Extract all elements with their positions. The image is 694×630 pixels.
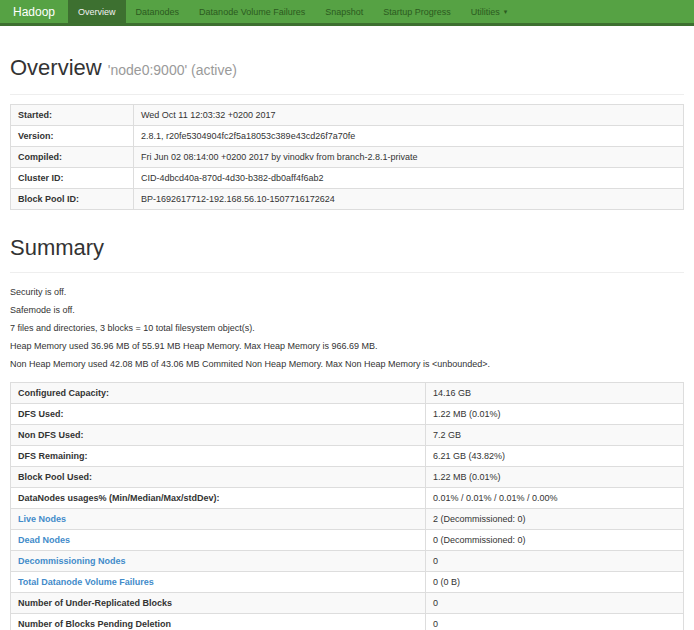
nav-item-startup-progress[interactable]: Startup Progress xyxy=(373,0,461,23)
row-value: 2.8.1, r20fe5304904fc2f5a18053c389e43cd2… xyxy=(134,126,684,147)
summary-status-block: Security is off. Safemode is off. 7 file… xyxy=(10,286,684,370)
heap-memory-status: Heap Memory used 36.96 MB of 55.91 MB He… xyxy=(10,340,684,352)
row-label: DFS Remaining: xyxy=(11,446,426,467)
table-row: Non DFS Used: 7.2 GB xyxy=(11,425,684,446)
row-label: Non DFS Used: xyxy=(11,425,426,446)
row-label: Number of Under-Replicated Blocks xyxy=(11,593,426,614)
dead-nodes-link[interactable]: Dead Nodes xyxy=(18,535,70,545)
row-label: Block Pool ID: xyxy=(11,189,134,210)
nav-menu: Overview Datanodes Datanode Volume Failu… xyxy=(68,0,517,23)
row-value: Wed Oct 11 12:03:32 +0200 2017 xyxy=(134,105,684,126)
row-value: 0 (0 B) xyxy=(426,572,684,593)
non-heap-memory-status: Non Heap Memory used 42.08 MB of 43.06 M… xyxy=(10,358,684,370)
table-row: Total Datanode Volume Failures 0 (0 B) xyxy=(11,572,684,593)
nav-item-label: Overview xyxy=(78,7,116,17)
table-row: DFS Remaining: 6.21 GB (43.82%) xyxy=(11,446,684,467)
overview-title: Overview xyxy=(10,55,102,80)
row-value: 14.16 GB xyxy=(426,383,684,404)
nav-item-label: Snapshot xyxy=(325,7,363,17)
table-row: Started: Wed Oct 11 12:03:32 +0200 2017 xyxy=(11,105,684,126)
table-row: Decommissioning Nodes 0 xyxy=(11,551,684,572)
nav-item-snapshot[interactable]: Snapshot xyxy=(315,0,373,23)
row-value: 0 (Decommissioned: 0) xyxy=(426,530,684,551)
row-value: CID-4dbcd40a-870d-4d30-b382-db0aff4f6ab2 xyxy=(134,168,684,189)
nav-item-label: Datanode Volume Failures xyxy=(199,7,305,17)
table-row: Number of Blocks Pending Deletion 0 xyxy=(11,614,684,630)
row-value: 6.21 GB (43.82%) xyxy=(426,446,684,467)
navbar: Hadoop Overview Datanodes Datanode Volum… xyxy=(0,0,694,26)
row-value: 0 xyxy=(426,593,684,614)
row-value: Fri Jun 02 08:14:00 +0200 2017 by vinodk… xyxy=(134,147,684,168)
row-value: 0.01% / 0.01% / 0.01% / 0.00% xyxy=(426,488,684,509)
nav-item-label: Datanodes xyxy=(136,7,180,17)
table-row: Compiled: Fri Jun 02 08:14:00 +0200 2017… xyxy=(11,147,684,168)
row-label: DFS Used: xyxy=(11,404,426,425)
summary-table: Configured Capacity: 14.16 GB DFS Used: … xyxy=(10,382,684,630)
summary-title: Summary xyxy=(10,235,684,261)
table-row: Number of Under-Replicated Blocks 0 xyxy=(11,593,684,614)
brand-hadoop[interactable]: Hadoop xyxy=(0,0,68,23)
row-label: Cluster ID: xyxy=(11,168,134,189)
page-title: Overview 'node0:9000' (active) xyxy=(10,55,684,83)
row-label: Configured Capacity: xyxy=(11,383,426,404)
table-row: Cluster ID: CID-4dbcd40a-870d-4d30-b382-… xyxy=(11,168,684,189)
row-value: 2 (Decommissioned: 0) xyxy=(426,509,684,530)
nav-item-datanode-volume-failures[interactable]: Datanode Volume Failures xyxy=(189,0,315,23)
row-value: 1.22 MB (0.01%) xyxy=(426,404,684,425)
divider xyxy=(10,94,684,95)
row-label: Total Datanode Volume Failures xyxy=(11,572,426,593)
row-label: Number of Blocks Pending Deletion xyxy=(11,614,426,630)
row-label: Block Pool Used: xyxy=(11,467,426,488)
nav-item-label: Startup Progress xyxy=(383,7,451,17)
chevron-down-icon: ▾ xyxy=(504,8,508,16)
row-label: Live Nodes xyxy=(11,509,426,530)
row-value: 1.22 MB (0.01%) xyxy=(426,467,684,488)
filesystem-objects: 7 files and directories, 3 blocks = 10 t… xyxy=(10,322,684,334)
row-label: Compiled: xyxy=(11,147,134,168)
table-row: Block Pool ID: BP-1692617712-192.168.56.… xyxy=(11,189,684,210)
namenode-address: 'node0:9000' (active) xyxy=(108,62,237,78)
nav-item-label: Utilities xyxy=(471,7,500,17)
row-value: 0 xyxy=(426,551,684,572)
table-row: Live Nodes 2 (Decommissioned: 0) xyxy=(11,509,684,530)
row-value: 0 xyxy=(426,614,684,630)
decommissioning-nodes-link[interactable]: Decommissioning Nodes xyxy=(18,556,126,566)
main-content: Overview 'node0:9000' (active) Started: … xyxy=(0,55,694,630)
nav-item-utilities[interactable]: Utilities ▾ xyxy=(461,0,518,23)
table-row: Version: 2.8.1, r20fe5304904fc2f5a18053c… xyxy=(11,126,684,147)
row-label: Decommissioning Nodes xyxy=(11,551,426,572)
table-row: DFS Used: 1.22 MB (0.01%) xyxy=(11,404,684,425)
table-row: Dead Nodes 0 (Decommissioned: 0) xyxy=(11,530,684,551)
divider xyxy=(10,272,684,273)
live-nodes-link[interactable]: Live Nodes xyxy=(18,514,66,524)
total-datanode-volume-failures-link[interactable]: Total Datanode Volume Failures xyxy=(18,577,154,587)
table-row: DataNodes usages% (Min/Median/Max/stdDev… xyxy=(11,488,684,509)
row-label: Dead Nodes xyxy=(11,530,426,551)
table-row: Configured Capacity: 14.16 GB xyxy=(11,383,684,404)
row-value: 7.2 GB xyxy=(426,425,684,446)
row-label: DataNodes usages% (Min/Median/Max/stdDev… xyxy=(11,488,426,509)
row-value: BP-1692617712-192.168.56.10-150771617262… xyxy=(134,189,684,210)
nav-item-datanodes[interactable]: Datanodes xyxy=(126,0,190,23)
row-label: Started: xyxy=(11,105,134,126)
security-status: Security is off. xyxy=(10,286,684,298)
safemode-status: Safemode is off. xyxy=(10,304,684,316)
row-label: Version: xyxy=(11,126,134,147)
table-row: Block Pool Used: 1.22 MB (0.01%) xyxy=(11,467,684,488)
overview-table: Started: Wed Oct 11 12:03:32 +0200 2017 … xyxy=(10,104,684,210)
nav-item-overview[interactable]: Overview xyxy=(68,0,126,23)
